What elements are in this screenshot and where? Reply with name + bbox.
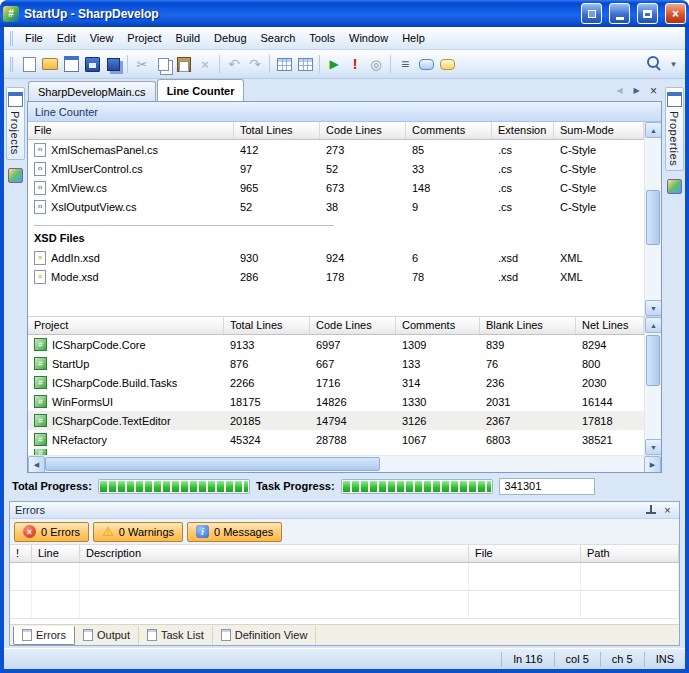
menu-build[interactable]: Build xyxy=(169,28,207,48)
tab-line-counter[interactable]: Line Counter xyxy=(157,79,245,101)
menu-project[interactable]: Project xyxy=(120,28,168,48)
col-extension[interactable]: Extension xyxy=(492,122,554,139)
maximize-button[interactable] xyxy=(637,3,658,24)
scroll-up-icon[interactable]: ▲ xyxy=(645,317,661,333)
file-row[interactable]: XmlSchemasPanel.cs 412 273 85 .cs C-Styl… xyxy=(28,140,644,159)
toolbar-overflow-icon[interactable]: ▼ xyxy=(666,57,681,72)
component-grid-icon[interactable] xyxy=(295,54,315,74)
menu-file[interactable]: File xyxy=(18,28,50,48)
run-icon[interactable]: ▶ xyxy=(324,54,344,74)
file-row[interactable]: AddIn.xsd 930 924 6 .xsd XML xyxy=(28,248,644,267)
col-total-lines[interactable]: Total Lines xyxy=(224,317,310,334)
comment-icon[interactable] xyxy=(416,54,436,74)
warnings-filter-button[interactable]: ⚠ 0 Warnings xyxy=(93,522,183,542)
theme-button[interactable] xyxy=(581,3,602,24)
menu-view[interactable]: View xyxy=(83,28,121,48)
col-code-lines[interactable]: Code Lines xyxy=(310,317,396,334)
close-button[interactable]: × xyxy=(665,3,686,24)
menu-help[interactable]: Help xyxy=(395,28,432,48)
project-row[interactable]: ICSharpCode.Core 9133 6997 1309 839 8294 xyxy=(28,335,644,354)
col-comments[interactable]: Comments xyxy=(396,317,480,334)
right-pad-secondary-icon[interactable] xyxy=(667,179,682,194)
project-row[interactable]: WinFormsUI 18175 14826 1330 2031 16144 xyxy=(28,392,644,411)
pin-icon[interactable] xyxy=(645,505,656,516)
col-total-lines[interactable]: Total Lines xyxy=(234,122,320,139)
tab-sharpdevelopmain[interactable]: SharpDevelopMain.cs xyxy=(28,81,156,101)
col-line[interactable]: Line xyxy=(32,545,80,562)
col-description[interactable]: Description xyxy=(80,545,469,562)
prev-tab-icon[interactable]: ◀ xyxy=(612,83,627,98)
col-blank-lines[interactable]: Blank Lines xyxy=(480,317,576,334)
file-row[interactable]: XslOutputView.cs 52 38 9 .cs C-Style xyxy=(28,197,644,216)
scroll-down-icon[interactable]: ▼ xyxy=(645,439,661,455)
scroll-left-icon[interactable]: ◀ xyxy=(28,456,45,473)
cut-icon[interactable]: ✂ xyxy=(132,54,152,74)
sidebar-item-projects[interactable]: Projects xyxy=(6,87,25,160)
close-panel-icon[interactable]: × xyxy=(661,504,674,517)
browse-icon[interactable] xyxy=(61,54,81,74)
horizontal-scrollbar[interactable]: ◀ ▶ xyxy=(28,455,661,472)
next-tab-icon[interactable]: ▶ xyxy=(629,83,644,98)
project-row-selected[interactable]: ICSharpCode.TextEditor 20185 14794 3126 … xyxy=(28,411,644,430)
col-path[interactable]: Path xyxy=(581,545,679,562)
breakpoint-icon[interactable]: ! xyxy=(345,54,365,74)
scroll-up-icon[interactable]: ▲ xyxy=(645,122,661,138)
new-item-grid-icon[interactable] xyxy=(274,54,294,74)
menu-search[interactable]: Search xyxy=(254,28,303,48)
col-file[interactable]: File xyxy=(28,122,234,139)
col-net-lines[interactable]: Net Lines xyxy=(576,317,644,334)
redo-icon[interactable]: ↷ xyxy=(245,54,265,74)
tab-definition-view[interactable]: Definition View xyxy=(213,626,317,645)
scrollbar-thumb[interactable] xyxy=(646,190,660,245)
close-tab-icon[interactable]: × xyxy=(646,83,661,98)
errors-filter-button[interactable]: 0 Errors xyxy=(14,522,89,542)
file-row[interactable]: XmlView.cs 965 673 148 .cs C-Style xyxy=(28,178,644,197)
save-icon[interactable] xyxy=(82,54,102,74)
menu-window[interactable]: Window xyxy=(342,28,395,48)
scroll-down-icon[interactable]: ▼ xyxy=(645,300,661,316)
scrollbar-thumb[interactable] xyxy=(646,335,660,386)
col-project[interactable]: Project xyxy=(28,317,224,334)
sidebar-item-properties[interactable]: Properties xyxy=(665,87,684,171)
project-row[interactable]: ICSharpCode.Build.Tasks 2266 1716 314 23… xyxy=(28,373,644,392)
menu-grip[interactable] xyxy=(10,31,13,46)
line-list-icon[interactable]: ≡ xyxy=(395,54,415,74)
undo-icon[interactable]: ↶ xyxy=(224,54,244,74)
tab-errors[interactable]: Errors xyxy=(13,626,75,645)
left-pad-secondary-icon[interactable] xyxy=(8,168,23,183)
scrollbar-thumb[interactable] xyxy=(45,457,380,471)
col-sum-mode[interactable]: Sum-Mode xyxy=(554,122,644,139)
file-row[interactable]: XmlUserControl.cs 97 52 33 .cs C-Style xyxy=(28,159,644,178)
search-icon[interactable] xyxy=(645,54,665,74)
scrollbar-track[interactable] xyxy=(45,456,644,472)
project-table-scrollbar[interactable]: ▲ ▼ xyxy=(644,317,661,455)
app-icon[interactable]: # xyxy=(3,6,19,22)
save-all-icon[interactable] xyxy=(103,54,123,74)
toolbar-grip[interactable] xyxy=(10,57,13,72)
file-table-scrollbar[interactable]: ▲ ▼ xyxy=(644,122,661,316)
menu-debug[interactable]: Debug xyxy=(207,28,253,48)
minimize-button[interactable] xyxy=(609,3,630,24)
messages-filter-button[interactable]: 0 Messages xyxy=(187,522,282,542)
open-icon[interactable] xyxy=(40,54,60,74)
paste-icon[interactable] xyxy=(174,54,194,74)
scrollbar-track[interactable] xyxy=(645,333,661,439)
tab-task-list[interactable]: Task List xyxy=(139,626,213,645)
col-severity[interactable]: ! xyxy=(10,545,32,562)
file-row[interactable]: Mode.xsd 286 178 78 .xsd XML xyxy=(28,267,644,286)
menu-edit[interactable]: Edit xyxy=(50,28,83,48)
new-file-icon[interactable] xyxy=(19,54,39,74)
tab-output[interactable]: Output xyxy=(75,626,139,645)
project-row[interactable]: StartUp 876 667 133 76 800 xyxy=(28,354,644,373)
scrollbar-track[interactable] xyxy=(645,138,661,300)
col-comments[interactable]: Comments xyxy=(406,122,492,139)
col-code-lines[interactable]: Code Lines xyxy=(320,122,406,139)
record-icon[interactable]: ◎ xyxy=(366,54,386,74)
delete-icon[interactable]: × xyxy=(195,54,215,74)
scroll-right-icon[interactable]: ▶ xyxy=(644,456,661,473)
task-note-icon[interactable] xyxy=(437,54,457,74)
menu-tools[interactable]: Tools xyxy=(302,28,342,48)
col-file[interactable]: File xyxy=(469,545,581,562)
copy-icon[interactable] xyxy=(153,54,173,74)
project-row[interactable]: NRefactory 45324 28788 1067 6803 38521 xyxy=(28,430,644,449)
